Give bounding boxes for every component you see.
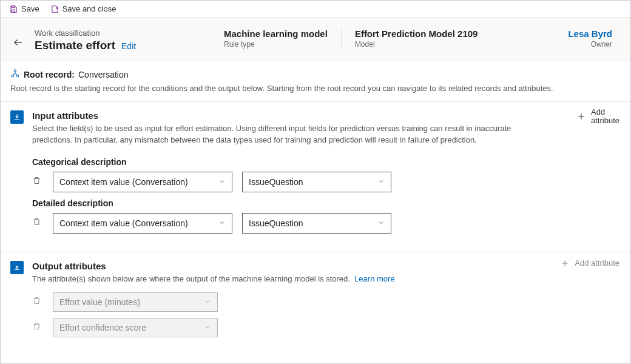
root-record-section: Root record: Conversation Root record is… <box>1 61 630 102</box>
save-close-label: Save and close <box>62 4 116 13</box>
add-output-label: Add attribute <box>575 258 619 268</box>
save-icon <box>9 5 18 13</box>
delete-row-button[interactable] <box>32 322 43 333</box>
svg-rect-1 <box>12 10 15 12</box>
svg-rect-0 <box>12 5 15 7</box>
plus-icon <box>560 258 570 268</box>
root-record-value: Conversation <box>78 70 129 79</box>
add-output-attribute-button[interactable]: Add attribute <box>560 258 619 268</box>
output-section-title: Output attributes <box>32 261 548 271</box>
trash-icon <box>32 296 41 305</box>
delete-row-button[interactable] <box>32 296 43 308</box>
chevron-down-icon <box>377 218 385 228</box>
model-label: Model <box>355 40 478 49</box>
combo-value: IssueQuestion <box>249 218 303 228</box>
input-field-select[interactable]: Context item value (Conversation) <box>53 172 232 192</box>
trash-icon <box>32 176 41 185</box>
input-section-icon <box>10 110 24 124</box>
input-attributes-section: Add attribute Input attributes Select th… <box>1 102 630 252</box>
output-section-icon <box>10 261 24 274</box>
chevron-down-icon <box>218 218 226 228</box>
input-value-select[interactable]: IssueQuestion <box>242 213 391 234</box>
combo-value: Context item value (Conversation) <box>59 218 188 228</box>
back-button[interactable] <box>13 37 24 50</box>
save-close-icon <box>50 5 59 13</box>
root-record-label: Root record: <box>24 70 75 79</box>
owner-label: Owner <box>568 40 612 49</box>
learn-more-link[interactable]: Learn more <box>354 274 394 283</box>
delete-row-button[interactable] <box>32 176 43 187</box>
root-record-desc: Root record is the starting record for t… <box>10 84 621 93</box>
edit-link[interactable]: Edit <box>121 41 136 51</box>
chevron-down-icon <box>204 297 211 307</box>
input-section-desc: Select the field(s) to be used as input … <box>32 123 548 146</box>
add-attr-line1: Add <box>591 108 619 116</box>
trash-icon <box>32 217 41 226</box>
input-section-title: Input attributes <box>32 110 548 121</box>
back-arrow-icon <box>13 37 24 48</box>
save-close-button[interactable]: Save and close <box>48 3 119 15</box>
rule-type-value: Machine learning model <box>224 29 328 39</box>
output-attributes-section: Add attribute Output attributes The attr… <box>1 252 630 356</box>
breadcrumb: Work classification <box>35 29 211 38</box>
input-row-label: Categorical description <box>32 157 621 167</box>
plus-icon <box>576 112 586 121</box>
combo-value: Context item value (Conversation) <box>59 177 188 187</box>
input-field-select[interactable]: Context item value (Conversation) <box>53 213 232 234</box>
combo-value: Effort confidence score <box>59 323 146 332</box>
rule-type-label: Rule type <box>224 40 328 49</box>
trash-icon <box>32 322 41 331</box>
chevron-down-icon <box>218 177 226 187</box>
toolbar: Save Save and close <box>1 1 630 18</box>
combo-value: IssueQuestion <box>249 177 303 187</box>
owner-name[interactable]: Lesa Byrd <box>568 29 612 39</box>
save-label: Save <box>21 4 39 13</box>
save-button[interactable]: Save <box>7 3 42 15</box>
svg-point-2 <box>14 70 16 72</box>
output-section-desc: The attribute(s) shown below are where t… <box>32 274 350 283</box>
delete-row-button[interactable] <box>32 217 43 229</box>
page-title: Estimate effort <box>35 39 115 52</box>
add-attr-line2: attribute <box>591 116 619 125</box>
input-row-label: Detailed description <box>32 198 621 208</box>
chevron-down-icon <box>204 323 211 332</box>
add-input-attribute-button[interactable]: Add attribute <box>576 108 619 126</box>
input-value-select[interactable]: IssueQuestion <box>242 172 391 192</box>
root-record-icon <box>10 69 20 80</box>
page-header: Work classification Estimate effort Edit… <box>1 18 630 61</box>
output-value-select[interactable]: Effort confidence score <box>53 318 218 337</box>
combo-value: Effort value (minutes) <box>59 297 140 307</box>
chevron-down-icon <box>377 177 385 187</box>
output-value-select[interactable]: Effort value (minutes) <box>53 292 218 312</box>
model-value: Effort Prediction Model 2109 <box>355 29 478 39</box>
